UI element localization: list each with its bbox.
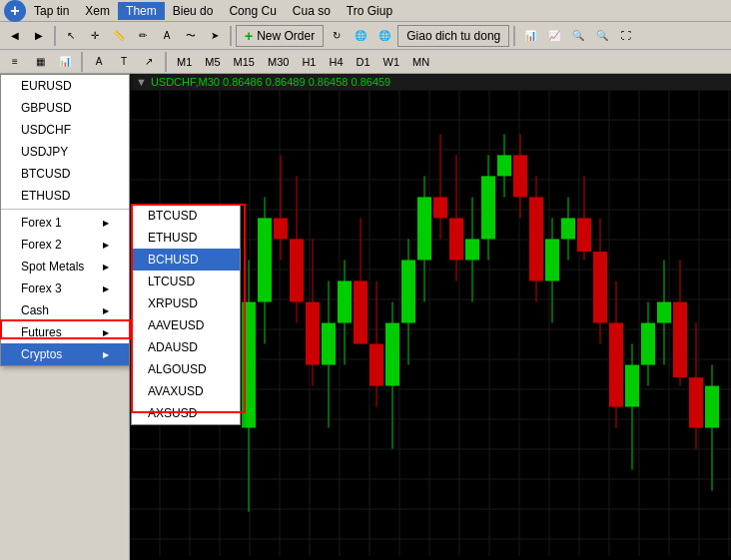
group-forex3[interactable]: Forex 3 ▶ bbox=[1, 278, 129, 299]
group-cryptos[interactable]: Cryptos ▶ bbox=[1, 343, 129, 365]
tf-w1[interactable]: W1 bbox=[378, 54, 405, 70]
tf-m15[interactable]: M15 bbox=[229, 54, 260, 70]
arrow-forex2: ▶ bbox=[103, 241, 109, 250]
toolbar2: ≡ ▦ 📊 A T ↗ M1 M5 M15 M30 H1 H4 D1 W1 MN bbox=[0, 50, 731, 74]
crypto-ethusd[interactable]: ETHUSD bbox=[132, 227, 240, 249]
arrow-forex3: ▶ bbox=[103, 284, 109, 293]
tf-mn[interactable]: MN bbox=[407, 54, 434, 70]
tb2-t[interactable]: T bbox=[113, 51, 135, 73]
sep-symbols bbox=[1, 209, 129, 210]
giao-dich-button[interactable]: Giao dich tu dong bbox=[397, 25, 509, 47]
menu-bieu-do[interactable]: Bieu do bbox=[165, 2, 222, 20]
symbol-gbpusd[interactable]: GBPUSD bbox=[1, 97, 129, 119]
menu-them[interactable]: Them bbox=[118, 2, 165, 20]
symbol-eurusd[interactable]: EURUSD bbox=[1, 75, 129, 97]
crypto-aaveusd[interactable]: AAVEUSD bbox=[132, 314, 240, 336]
arrow-cryptos: ▶ bbox=[103, 350, 109, 359]
sep2 bbox=[230, 26, 232, 46]
crypto-xrpusd[interactable]: XRPUSD bbox=[132, 292, 240, 314]
tb2-candles[interactable]: 📊 bbox=[54, 51, 76, 73]
tf-d1[interactable]: D1 bbox=[352, 54, 375, 70]
sep1 bbox=[54, 26, 56, 46]
crypto-ltcusd[interactable]: LTCUSD bbox=[132, 271, 240, 292]
plus-button[interactable]: + bbox=[4, 0, 26, 22]
new-order-icon: + bbox=[245, 28, 253, 44]
menubar: + Tap tin Xem Them Bieu do Cong Cu Cua s… bbox=[0, 0, 731, 22]
tb-zoom-in[interactable]: 🔍 bbox=[567, 25, 589, 47]
tb2-bars[interactable]: ▦ bbox=[29, 51, 51, 73]
tb-wave[interactable]: 〜 bbox=[180, 25, 202, 47]
tb-globe[interactable]: 🌐 bbox=[350, 25, 371, 47]
arrow-futures: ▶ bbox=[103, 328, 109, 337]
symbol-dropdown: EURUSD GBPUSD USDCHF USDJPY BTCUSD ETHUS… bbox=[0, 74, 130, 366]
sep4 bbox=[81, 52, 83, 72]
arrow-cash: ▶ bbox=[103, 306, 109, 315]
tb-chart2[interactable]: 📈 bbox=[543, 25, 565, 47]
tf-h4[interactable]: H4 bbox=[324, 54, 348, 70]
tf-h1[interactable]: H1 bbox=[297, 54, 321, 70]
tb-back[interactable]: ◀ bbox=[4, 25, 26, 47]
tb-chart1[interactable]: 📊 bbox=[519, 25, 541, 47]
chart-title: USDCHF,M30 0.86486 0.86489 0.86458 0.864… bbox=[151, 76, 390, 88]
tf-m5[interactable]: M5 bbox=[200, 54, 225, 70]
new-order-label: New Order bbox=[257, 29, 315, 43]
new-order-button[interactable]: + New Order bbox=[236, 25, 324, 47]
menu-xem[interactable]: Xem bbox=[77, 2, 118, 20]
tb2-a[interactable]: A bbox=[88, 51, 110, 73]
tf-m1[interactable]: M1 bbox=[172, 54, 197, 70]
crypto-avaxusd[interactable]: AVAXUSD bbox=[132, 380, 240, 402]
tb-fit[interactable]: ⛶ bbox=[615, 25, 637, 47]
sep3 bbox=[513, 26, 515, 46]
arrow-forex1: ▶ bbox=[103, 219, 109, 228]
toolbar1: ◀ ▶ ↖ ✛ 📏 ✏ A 〜 ➤ + New Order ↻ 🌐 🌐 Giao… bbox=[0, 22, 731, 50]
group-cash[interactable]: Cash ▶ bbox=[1, 299, 129, 321]
symbol-usdjpy[interactable]: USDJPY bbox=[1, 141, 129, 163]
menu-cua-so[interactable]: Cua so bbox=[285, 2, 339, 20]
crypto-axsusd[interactable]: AXSUSD bbox=[132, 402, 240, 424]
tb-fwd[interactable]: ▶ bbox=[28, 25, 50, 47]
crypto-btcusd[interactable]: BTCUSD bbox=[132, 205, 240, 227]
tb-refresh[interactable]: ↻ bbox=[326, 25, 348, 47]
main-area: u do tick fxCustom MfxHeiken AsfxIchimok… bbox=[0, 74, 731, 560]
symbol-btcusd[interactable]: BTCUSD bbox=[1, 163, 129, 185]
tb-globe2[interactable]: 🌐 bbox=[373, 25, 395, 47]
menu-tro-giup[interactable]: Tro Giup bbox=[339, 2, 400, 20]
sep5 bbox=[165, 52, 167, 72]
tb-cursor[interactable]: ↖ bbox=[60, 25, 82, 47]
symbol-ethusd[interactable]: ETHUSD bbox=[1, 185, 129, 207]
tb-crosshair[interactable]: ✛ bbox=[84, 25, 106, 47]
tf-m30[interactable]: M30 bbox=[263, 54, 294, 70]
tb-arrow[interactable]: ➤ bbox=[204, 25, 226, 47]
tb2-lines[interactable]: ≡ bbox=[4, 51, 26, 73]
group-forex1[interactable]: Forex 1 ▶ bbox=[1, 212, 129, 234]
group-futures[interactable]: Futures ▶ bbox=[1, 321, 129, 343]
tb-zoom-out[interactable]: 🔍 bbox=[591, 25, 613, 47]
chart-title-bar: ▼ USDCHF,M30 0.86486 0.86489 0.86458 0.8… bbox=[130, 74, 731, 90]
crypto-adausd[interactable]: ADAUSD bbox=[132, 336, 240, 358]
tb-text[interactable]: A bbox=[156, 25, 178, 47]
giao-dich-label: Giao dich tu dong bbox=[406, 29, 500, 43]
group-forex2[interactable]: Forex 2 ▶ bbox=[1, 234, 129, 256]
tb-pencil[interactable]: ✏ bbox=[132, 25, 154, 47]
symbol-usdchf[interactable]: USDCHF bbox=[1, 119, 129, 141]
crypto-bchusd[interactable]: BCHUSD bbox=[132, 249, 240, 271]
tb-line[interactable]: 📏 bbox=[108, 25, 130, 47]
arrow-spot-metals: ▶ bbox=[103, 263, 109, 272]
crypto-algousd[interactable]: ALGOUSD bbox=[132, 358, 240, 380]
menu-cong-cu[interactable]: Cong Cu bbox=[221, 2, 284, 20]
group-spot-metals[interactable]: Spot Metals ▶ bbox=[1, 256, 129, 278]
cryptos-submenu: BTCUSDETHUSDBCHUSDLTCUSDXRPUSDAAVEUSDADA… bbox=[131, 204, 241, 425]
menu-tap-tin[interactable]: Tap tin bbox=[26, 2, 77, 20]
tb2-arrow2[interactable]: ↗ bbox=[138, 51, 160, 73]
